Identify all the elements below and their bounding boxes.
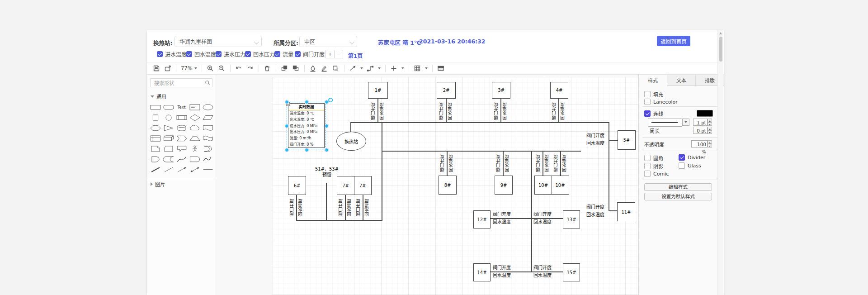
shape-hexagon[interactable] [149,123,162,133]
valve-opening-vlabel[interactable]: 阀门开度 [439,100,445,123]
node-box-6[interactable]: 6# [288,176,306,195]
rounded-checkbox-row[interactable]: 圆角 [644,154,663,162]
save-icon[interactable] [152,65,160,72]
glass-checkbox-row[interactable]: Glass [679,162,701,169]
node-box-7b[interactable]: 7# [354,176,372,195]
connector-ellipse-stem[interactable] [350,122,351,132]
node14-metrics-label[interactable]: 阀门开度回水温度 [493,264,519,279]
resize-handle-nw[interactable] [285,100,289,104]
perimeter-spinner[interactable] [708,127,712,134]
valve-opening-vlabel[interactable]: 阀门开度 [439,152,446,175]
export-icon[interactable] [164,65,171,72]
metric-checkbox-return-pressure[interactable]: 回水压力 [245,50,275,58]
node-box-8[interactable]: 8# [439,176,457,195]
valve-opening-vlabel[interactable]: 阀门开度 [535,152,542,175]
rotate-handle-icon[interactable] [328,95,333,101]
unchecked-checkbox-icon[interactable] [644,99,651,105]
return-temp-vlabel[interactable]: 回水温度 [544,152,550,175]
fill-checkbox-row[interactable]: 填充 [644,90,663,98]
shape-trapezoid[interactable] [188,133,201,143]
to-back-icon[interactable] [292,65,300,72]
return-temp-vlabel[interactable]: 回水温度 [346,196,353,219]
connector-mid-bus[interactable] [382,151,581,152]
connector-reserved[interactable] [326,183,327,220]
to-front-icon[interactable] [281,65,288,72]
return-temp-vlabel[interactable]: 回水温度 [502,100,508,123]
partition-select[interactable]: 中区 [299,36,357,47]
node13-metrics-label[interactable]: 阀门开度回水温度 [533,211,560,226]
node-box-9[interactable]: 9# [495,176,513,195]
connector-node2[interactable] [446,99,447,122]
metric-checkbox-return-temp[interactable]: 回水温度 [186,50,216,58]
resize-handle-n[interactable] [305,100,309,104]
node-box-10a[interactable]: 10# [534,176,552,195]
metric-checkbox-inlet-pressure[interactable]: 进水压力 [216,50,245,58]
tab-style[interactable]: 样式 [639,75,667,86]
node-box-3[interactable]: 3# [492,82,510,99]
valve-opening-vlabel[interactable]: 阀门开度 [289,196,295,219]
connector-node7a[interactable] [345,195,346,220]
page-plus-button[interactable]: + [326,50,335,58]
connector-left-bus[interactable] [296,220,382,221]
resize-handle-sw[interactable] [285,148,289,152]
tab-text[interactable]: 文本 [667,75,696,86]
node-box-2[interactable]: 2# [437,82,456,99]
node-box-15[interactable]: 15# [563,263,580,281]
waypoints-icon[interactable] [367,65,374,72]
divider-checkbox-row[interactable]: Divider [679,154,705,161]
node15-metrics-label[interactable]: 阀门开度回水温度 [533,264,560,279]
shape-search[interactable] [150,78,212,87]
connector-node9[interactable] [503,151,504,176]
return-temp-vlabel[interactable]: 回水温度 [364,196,370,219]
return-temp-vlabel[interactable]: 回水温度 [448,152,454,175]
line-style-dropdown-button[interactable] [682,119,689,126]
spinner-down-icon[interactable] [708,122,712,126]
redo-icon[interactable] [246,65,254,72]
scroll-up-icon[interactable] [719,32,722,34]
checked-checkbox-icon[interactable] [679,154,685,161]
shape-cloud[interactable] [188,123,201,133]
connection-style-icon[interactable] [349,65,357,72]
diagram-canvas[interactable]: 阀门开度 回水温度 阀门开度 回水温度 阀门开度 回水温度 阀门开度 回水温度 … [216,75,708,295]
shape-horizontal-line[interactable] [201,164,214,175]
spinner-down-icon[interactable] [708,130,712,134]
shape-line-thin[interactable] [162,164,175,175]
metric-checkbox-flow[interactable]: 流量 [274,50,293,58]
shape-rectangle[interactable] [149,102,162,112]
spinner-up-icon[interactable] [708,140,712,144]
node-box-11[interactable]: 11# [617,202,635,221]
caret-down-icon[interactable] [425,67,428,69]
resize-handle-s[interactable] [305,148,309,152]
node-box-13[interactable]: 13# [563,210,580,228]
shape-line[interactable] [149,164,162,175]
shape-or[interactable] [201,143,214,154]
node5-metrics-label[interactable]: 阀门开度回水温度 [586,132,613,147]
realtime-data-box[interactable]: 实时数据 进水温度: 0 ℃ 出水温度: 0 ℃ 进水压力: 0 MPa 出水压… [288,103,325,148]
delete-icon[interactable] [264,65,271,72]
shadow-icon[interactable] [332,65,340,72]
connector-node8[interactable] [447,151,448,176]
valve-opening-vlabel[interactable]: 阀门开度 [370,100,377,123]
connector-node3[interactable] [500,99,501,122]
sidebar-section-general[interactable]: 通用 [147,92,216,101]
resize-handle-e[interactable] [325,124,329,128]
unchecked-checkbox-icon[interactable] [644,163,651,169]
zoom-in-icon[interactable] [207,65,214,72]
shape-rounded-rectangle[interactable] [162,102,175,112]
station-select[interactable]: 华润九里样图 [175,36,262,47]
shape-data-storage[interactable] [162,154,175,164]
shape-arrow-line[interactable] [175,164,188,175]
shape-ellipse[interactable] [201,102,214,112]
valve-opening-vlabel[interactable]: 阀门开度 [551,100,557,123]
node12-metrics-label[interactable]: 阀门开度回水温度 [493,211,519,226]
comic-checkbox-row[interactable]: Comic [644,171,669,177]
checked-checkbox-icon[interactable] [295,51,301,57]
valve-opening-vlabel[interactable]: 阀门开度 [553,152,559,175]
valve-opening-vlabel[interactable]: 阀门开度 [493,100,500,123]
connector-node1[interactable] [377,99,378,122]
line-style-dropdown[interactable] [648,119,682,127]
unchecked-checkbox-icon[interactable] [644,91,651,97]
connector-node6[interactable] [296,195,297,220]
fill-color-icon[interactable] [309,65,317,72]
shape-diamond[interactable] [188,112,201,123]
